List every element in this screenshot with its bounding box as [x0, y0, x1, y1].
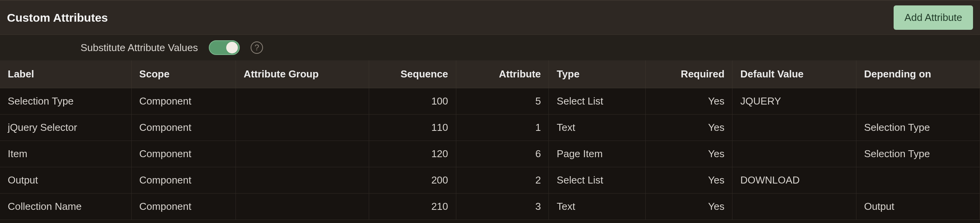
row-default-value: DOWNLOAD — [732, 167, 856, 194]
row-sequence: 120 — [369, 141, 456, 167]
row-group — [236, 167, 369, 194]
row-required: Yes — [645, 88, 732, 115]
row-scope: Component — [131, 194, 236, 220]
row-group — [236, 88, 369, 115]
help-icon[interactable]: ? — [251, 41, 263, 54]
table-row: ItemComponent1206Page ItemYesSelection T… — [0, 141, 980, 167]
row-scope: Component — [131, 141, 236, 167]
row-label-link[interactable]: jQuery Selector — [0, 115, 131, 141]
table-header-row: Label Scope Attribute Group Sequence Att… — [0, 60, 980, 88]
col-header-sequence[interactable]: Sequence — [369, 60, 456, 88]
row-label-link[interactable]: Selection Type — [0, 88, 131, 115]
substitute-values-toggle[interactable] — [209, 40, 240, 55]
row-type: Select List — [549, 88, 645, 115]
row-sequence: 200 — [369, 167, 456, 194]
col-header-type[interactable]: Type — [549, 60, 645, 88]
row-required: Yes — [645, 141, 732, 167]
row-required: Yes — [645, 167, 732, 194]
row-scope: Component — [131, 115, 236, 141]
row-label-link[interactable]: Collection Name — [0, 194, 131, 220]
row-sequence: 100 — [369, 88, 456, 115]
toggle-knob — [226, 42, 238, 53]
toolbar-label-area: Substitute Attribute Values ? — [7, 40, 263, 55]
add-attribute-button[interactable]: Add Attribute — [894, 5, 973, 30]
attributes-table: Label Scope Attribute Group Sequence Att… — [0, 60, 980, 220]
row-group — [236, 194, 369, 220]
row-type: Text — [549, 115, 645, 141]
row-depending — [856, 88, 980, 115]
row-sequence: 110 — [369, 115, 456, 141]
table-row: Collection NameComponent2103TextYesOutpu… — [0, 194, 980, 220]
row-group — [236, 115, 369, 141]
row-depending: Selection Type — [856, 141, 980, 167]
row-default-value — [732, 141, 856, 167]
col-header-default[interactable]: Default Value — [732, 60, 856, 88]
row-required: Yes — [645, 194, 732, 220]
row-label-link[interactable]: Output — [0, 167, 131, 194]
col-header-required[interactable]: Required — [645, 60, 732, 88]
row-attribute: 2 — [456, 167, 549, 194]
row-default-value — [732, 194, 856, 220]
col-header-group[interactable]: Attribute Group — [236, 60, 369, 88]
col-header-attribute[interactable]: Attribute — [456, 60, 549, 88]
panel-header: Custom Attributes Add Attribute — [0, 0, 980, 35]
row-attribute: 3 — [456, 194, 549, 220]
col-header-depending[interactable]: Depending on — [856, 60, 980, 88]
row-type: Page Item — [549, 141, 645, 167]
table-row: jQuery SelectorComponent1101TextYesSelec… — [0, 115, 980, 141]
row-depending: Selection Type — [856, 115, 980, 141]
row-default-value — [732, 115, 856, 141]
row-scope: Component — [131, 167, 236, 194]
row-type: Select List — [549, 167, 645, 194]
row-scope: Component — [131, 88, 236, 115]
row-attribute: 5 — [456, 88, 549, 115]
row-depending: Output — [856, 194, 980, 220]
col-header-scope[interactable]: Scope — [131, 60, 236, 88]
row-required: Yes — [645, 115, 732, 141]
row-default-value: JQUERY — [732, 88, 856, 115]
row-attribute: 1 — [456, 115, 549, 141]
table-row: OutputComponent2002Select ListYesDOWNLOA… — [0, 167, 980, 194]
toolbar-row: Substitute Attribute Values ? — [0, 35, 980, 60]
col-header-label[interactable]: Label — [0, 60, 131, 88]
row-group — [236, 141, 369, 167]
row-depending — [856, 167, 980, 194]
substitute-values-label: Substitute Attribute Values — [81, 42, 198, 54]
row-attribute: 6 — [456, 141, 549, 167]
row-sequence: 210 — [369, 194, 456, 220]
row-label-link[interactable]: Item — [0, 141, 131, 167]
row-type: Text — [549, 194, 645, 220]
panel-title: Custom Attributes — [7, 11, 108, 24]
table-row: Selection TypeComponent1005Select ListYe… — [0, 88, 980, 115]
